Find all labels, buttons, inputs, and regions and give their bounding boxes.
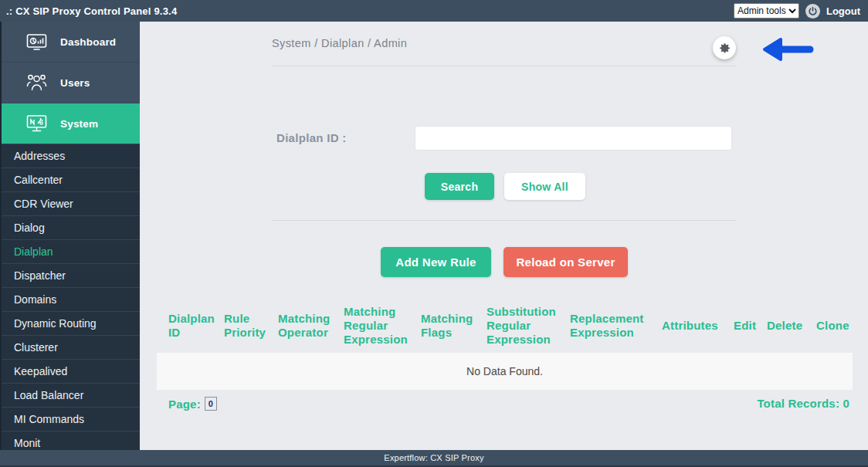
- column-header-edit: Edit: [734, 319, 767, 333]
- sidebar-item-mi-commands[interactable]: MI Commands: [2, 408, 140, 431]
- column-header-rule-priority: Rule Priority: [224, 312, 278, 339]
- sidebar-item-dialplan[interactable]: Dialplan: [2, 240, 140, 264]
- column-header-substitution-regular-expression: Substitution Regular Expression: [487, 305, 570, 346]
- sidebar-sub-section: Addresses Callcenter CDR Viewer Dialog D…: [2, 144, 140, 455]
- dashboard-icon: [26, 33, 49, 51]
- table-empty-row: No Data Found.: [157, 353, 853, 390]
- page-label: Page:: [168, 398, 201, 411]
- footer-bar: Expertflow: CX SIP Proxy: [0, 450, 868, 467]
- sidebar-main-section: Dashboard Users: [2, 22, 140, 144]
- annotation-arrow-icon: [762, 37, 815, 62]
- app-title: .: CX SIP Proxy Control Panel 9.3.4: [6, 5, 177, 17]
- sidebar-item-dashboard[interactable]: Dashboard: [2, 22, 140, 63]
- add-new-rule-button[interactable]: Add New Rule: [381, 247, 491, 277]
- sidebar-item-keepalived[interactable]: Keepalived: [2, 360, 140, 384]
- system-icon: [26, 114, 49, 133]
- logout-button[interactable]: Logout: [826, 5, 860, 17]
- topbar-controls: Admin tools Logout: [734, 3, 860, 19]
- sidebar-item-users[interactable]: Users: [2, 63, 140, 103]
- column-header-delete: Delete: [767, 319, 816, 333]
- dialplan-id-input[interactable]: [415, 126, 732, 151]
- sidebar-item-clusterer[interactable]: Clusterer: [2, 336, 140, 360]
- sidebar-item-label: Users: [60, 77, 90, 89]
- column-header-replacement-expression: Replacement Expression: [570, 312, 662, 339]
- show-all-button[interactable]: Show All: [504, 173, 585, 200]
- sidebar-item-dialog[interactable]: Dialog: [2, 216, 140, 240]
- page-number-button[interactable]: 0: [205, 397, 217, 411]
- breadcrumb-divider: [272, 66, 737, 66]
- settings-gear-button[interactable]: [713, 36, 736, 59]
- sidebar-item-dynamic-routing[interactable]: Dynamic Routing: [2, 312, 140, 336]
- no-data-message: No Data Found.: [466, 365, 543, 377]
- top-bar: .: CX SIP Proxy Control Panel 9.3.4 Admi…: [0, 0, 868, 22]
- sidebar-item-callcenter[interactable]: Callcenter: [2, 168, 140, 192]
- total-records-label: Total Records: 0: [757, 397, 849, 410]
- table-header-row: Dialplan ID Rule Priority Matching Opera…: [157, 302, 853, 350]
- sidebar-item-label: System: [60, 118, 98, 130]
- users-icon: [26, 73, 49, 92]
- column-header-matching-regular-expression: Matching Regular Expression: [344, 305, 421, 346]
- gear-icon: [718, 42, 731, 55]
- column-header-dialplan-id: Dialplan ID: [168, 312, 224, 339]
- footer-text: Expertflow: CX SIP Proxy: [384, 453, 483, 462]
- column-header-clone: Clone: [816, 319, 854, 333]
- sidebar-item-dispatcher[interactable]: Dispatcher: [2, 264, 140, 288]
- sidebar-item-addresses[interactable]: Addresses: [2, 144, 140, 168]
- reload-on-server-button[interactable]: Reload on Server: [504, 247, 628, 277]
- sidebar-item-system[interactable]: System: [2, 103, 140, 144]
- section-divider: [272, 220, 737, 221]
- column-header-attributes: Attributes: [662, 319, 734, 333]
- admin-tools-select[interactable]: Admin tools: [734, 3, 799, 19]
- sidebar-item-load-balancer[interactable]: Load Balancer: [2, 384, 140, 408]
- power-glyph: [808, 6, 818, 16]
- breadcrumb: System / Dialplan / Admin: [272, 37, 407, 49]
- pagination: Page: 0: [168, 397, 217, 411]
- column-header-matching-flags: Matching Flags: [421, 312, 487, 339]
- sidebar-item-cdr-viewer[interactable]: CDR Viewer: [2, 192, 140, 216]
- power-icon[interactable]: [805, 4, 820, 19]
- sidebar: Dashboard Users: [0, 22, 140, 450]
- dialplan-id-label: Dialplan ID :: [276, 131, 347, 144]
- sidebar-item-label: Dashboard: [60, 36, 116, 48]
- sidebar-item-domains[interactable]: Domains: [2, 288, 140, 312]
- search-button[interactable]: Search: [425, 173, 494, 200]
- column-header-matching-operator: Matching Operator: [278, 312, 344, 339]
- main-content: System / Dialplan / Admin Dialplan ID : …: [140, 22, 868, 450]
